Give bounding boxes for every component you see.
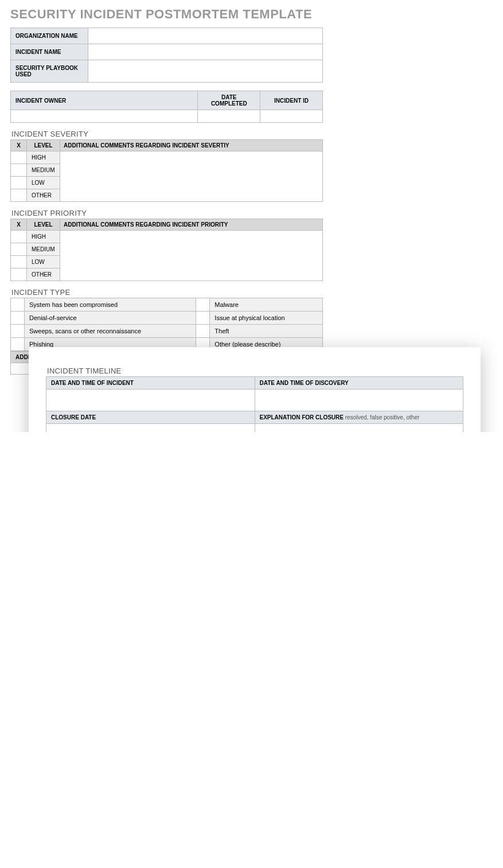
severity-table: X LEVEL ADDITIONAL COMMENTS REGARDING IN… [10, 139, 323, 202]
priority-level-low: LOW [27, 256, 60, 268]
priority-comments-field[interactable] [60, 231, 323, 281]
dt-incident-header: DATE AND TIME OF INCIDENT [46, 377, 255, 390]
owner-header: INCIDENT OWNER [11, 91, 198, 110]
owner-table: INCIDENT OWNER DATE COMPLETED INCIDENT I… [10, 91, 323, 123]
priority-level-high: HIGH [27, 231, 60, 243]
priority-level-other: OTHER [27, 268, 60, 281]
severity-mark-other[interactable] [11, 189, 27, 202]
severity-level-other: OTHER [27, 189, 60, 202]
severity-x-header: X [11, 140, 27, 151]
page-title: SECURITY INCIDENT POSTMORTEM TEMPLATE [10, 7, 503, 22]
priority-mark-medium[interactable] [11, 243, 27, 256]
dt-discovery-header: DATE AND TIME OF DISCOVERY [255, 377, 463, 390]
priority-mark-other[interactable] [11, 268, 27, 281]
priority-mark-high[interactable] [11, 231, 27, 243]
dt-discovery-field[interactable] [255, 390, 463, 411]
incident-name-field[interactable] [88, 44, 323, 60]
type-check-2r[interactable] [196, 312, 210, 325]
closure-date-header: CLOSURE DATE [46, 411, 255, 424]
type-title: INCIDENT TYPE [11, 288, 323, 297]
severity-level-medium: MEDIUM [27, 164, 60, 177]
type-label-2l: Denial-of-service [25, 312, 196, 325]
priority-level-header: LEVEL [27, 219, 60, 231]
header-info-table: ORGANIZATION NAME INCIDENT NAME SECURITY… [10, 28, 323, 83]
closure-explanation-field[interactable] [255, 424, 463, 433]
date-completed-field[interactable] [198, 110, 260, 123]
incident-id-field[interactable] [260, 110, 323, 123]
type-label-3r: Theft [210, 325, 323, 338]
type-check-4l[interactable] [11, 338, 25, 351]
type-check-1l[interactable] [11, 298, 25, 312]
date-completed-header: DATE COMPLETED [198, 91, 260, 110]
closure-explanation-header: EXPLANATION FOR CLOSURE resolved, false … [255, 411, 463, 424]
severity-level-header: LEVEL [27, 140, 60, 151]
severity-mark-high[interactable] [11, 151, 27, 164]
severity-comments-header: ADDITIONAL COMMENTS REGARDING INCIDENT S… [60, 140, 323, 151]
closure-explanation-sub: resolved, false positive, other [344, 414, 419, 421]
priority-title: INCIDENT PRIORITY [11, 209, 323, 217]
timeline-table: DATE AND TIME OF INCIDENT DATE AND TIME … [46, 376, 463, 432]
incident-name-label: INCIDENT NAME [11, 44, 88, 60]
severity-level-low: LOW [27, 177, 60, 189]
priority-mark-low[interactable] [11, 256, 27, 268]
type-label-1l: System has been compromised [25, 298, 196, 312]
severity-level-high: HIGH [27, 151, 60, 164]
priority-comments-header: ADDITIONAL COMMENTS REGARDING INCIDENT P… [60, 219, 323, 231]
type-label-2r: Issue at physical location [210, 312, 323, 325]
page-2: INCIDENT TIMELINE DATE AND TIME OF INCID… [29, 347, 481, 432]
closure-date-field[interactable] [46, 424, 255, 433]
type-label-3l: Sweeps, scans or other reconnaissance [25, 325, 196, 338]
playbook-label: SECURITY PLAYBOOK USED [11, 60, 88, 83]
org-name-field[interactable] [88, 28, 323, 44]
type-check-1r[interactable] [196, 298, 210, 312]
org-name-label: ORGANIZATION NAME [11, 28, 88, 44]
playbook-field[interactable] [88, 60, 323, 83]
severity-title: INCIDENT SEVERITY [11, 130, 323, 138]
owner-field[interactable] [11, 110, 198, 123]
incident-id-header: INCIDENT ID [260, 91, 323, 110]
priority-x-header: X [11, 219, 27, 231]
priority-table: X LEVEL ADDITIONAL COMMENTS REGARDING IN… [10, 219, 323, 281]
severity-mark-medium[interactable] [11, 164, 27, 177]
dt-incident-field[interactable] [46, 390, 255, 411]
priority-level-medium: MEDIUM [27, 243, 60, 256]
type-check-2l[interactable] [11, 312, 25, 325]
closure-explanation-strong: EXPLANATION FOR CLOSURE [260, 414, 344, 421]
severity-comments-field[interactable] [60, 151, 323, 202]
type-label-1r: Malware [210, 298, 323, 312]
type-check-3r[interactable] [196, 325, 210, 338]
type-table: System has been compromised Malware Deni… [10, 298, 323, 351]
timeline-title: INCIDENT TIMELINE [47, 367, 463, 375]
type-check-3l[interactable] [11, 325, 25, 338]
severity-mark-low[interactable] [11, 177, 27, 189]
